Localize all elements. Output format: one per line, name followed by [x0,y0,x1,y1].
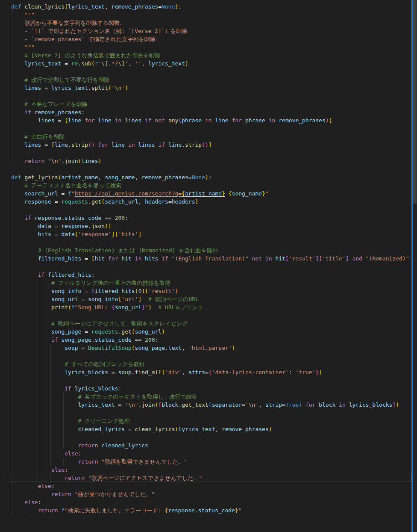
code-token: 'hits' [118,231,138,237]
code-line[interactable]: """ [0,43,411,51]
code-line[interactable]: print(f"Song URL: {song_url}") # URLをプリン… [0,303,411,311]
code-line[interactable]: lines = lyrics_text.split('\n') [0,84,411,92]
code-line[interactable]: # 改行で分割して不要な行を削除 [0,76,411,84]
code-token: phrase [245,117,265,124]
code-token: block [319,402,335,408]
code-area[interactable]: def clean_lyrics(lyrics_text, remove_phr… [0,3,411,532]
code-line[interactable]: """ [0,11,411,19]
code-token: song_name [232,190,262,197]
code-token: for [229,117,245,124]
code-token: remove_phrases [222,426,269,432]
code-line[interactable] [0,149,411,157]
code-line[interactable] [0,68,411,76]
code-line[interactable]: # 不要なフレーズを削除 [0,100,411,108]
code-line[interactable]: return f"検索に失敗しました。エラーコード: {response.sta… [0,506,411,514]
code-line[interactable]: - `remove_phrases` で指定された文字列を削除 [0,35,411,43]
code-line[interactable]: # アーティスト名と曲名を使って検索 [0,181,411,189]
code-line[interactable]: 歌詞から不要な文字列を削除する関数。 [0,19,411,27]
code-token: sub [81,60,91,67]
code-line[interactable]: if remove_phrases: [0,108,411,116]
code-line[interactable]: data = response.json() [0,222,411,230]
code-line[interactable]: if response.status_code == 200: [0,214,411,222]
code-line[interactable] [0,124,411,133]
code-token: "歌詞を取得できませんでした。" [101,458,187,465]
code-token: " [145,304,148,310]
indent-guide [12,230,12,238]
code-line[interactable] [0,311,411,319]
code-line[interactable]: # (English Translation) または (Romanized) … [0,246,411,254]
code-line[interactable]: # [Verse 2] のような角括弧で囲まれた部分を削除 [0,51,411,59]
code-line[interactable] [0,376,411,384]
code-token: " [48,158,51,164]
code-line[interactable]: # クリーニング処理 [0,417,411,425]
code-token: find_all [135,369,162,375]
indent-guide [25,368,25,376]
code-line[interactable]: # 歌詞ページにアクセスして、歌詞をスクレイピング [0,319,411,328]
code-line[interactable] [0,352,411,360]
code-line-current[interactable]: return "歌詞ページにアクセスできませんでした。" [0,474,411,482]
code-text: song_page = requests.get(song_url) [11,328,165,335]
code-line[interactable]: song_page = requests.get(song_url) [0,328,411,336]
code-line[interactable]: if filtered_hits: [0,271,411,279]
code-line[interactable]: return cleaned_lyrics [0,441,411,449]
code-token: requests [91,328,118,335]
scrollbar-thumb[interactable] [413,0,417,204]
code-token: any [168,117,178,124]
code-token: : [81,109,85,115]
code-line[interactable]: if song_page.status_code == 200: [0,336,411,344]
code-text: """ [11,44,35,50]
code-token: song_url [51,296,78,302]
code-line[interactable]: else: [0,449,411,458]
code-token: [ [51,142,55,148]
code-line[interactable] [0,433,411,441]
code-line[interactable]: filtered_hits = [hit for hit in hits if … [0,254,411,263]
code-token: ) [232,345,235,351]
code-text: 歌詞から不要な文字列を削除する関数。 [11,20,125,26]
code-line[interactable]: response = requests.get(search_url, head… [0,198,411,206]
code-line[interactable]: cleaned_lyrics = clean_lyrics(lyrics_tex… [0,425,411,433]
code-line[interactable] [0,409,411,417]
code-line[interactable] [0,238,411,246]
code-line[interactable]: # 空白行を削除 [0,133,411,141]
code-line[interactable] [0,165,411,173]
indent-guide [12,189,12,198]
code-line[interactable]: lyrics_text = re.sub(r'\[.*?\]', '', lyr… [0,59,411,68]
code-token: response [35,215,62,221]
code-line[interactable]: # 各ブロックのテキストを取得し、改行で結合 [0,393,411,401]
code-line[interactable]: else: [0,466,411,474]
code-line[interactable]: song_url = song_info['url'] # 歌詞ページのURL [0,295,411,303]
code-line[interactable]: return "\n".join(lines) [0,157,411,165]
code-line[interactable] [0,92,411,100]
code-text: # 空白行を削除 [11,133,65,140]
code-line[interactable]: soup = BeautifulSoup(song_page.text, 'ht… [0,344,411,352]
code-text: if filtered_hits: [11,272,95,278]
code-line[interactable]: # フィルタリング後の一番上の曲の情報を取得 [0,279,411,287]
code-text: lyrics_text = re.sub(r'\[.*?\]', '', lyr… [11,60,188,67]
code-line[interactable]: else: [0,482,411,490]
code-line[interactable]: lyrics_blocks = soup.find_all('div', att… [0,368,411,376]
code-line[interactable]: if lyrics_blocks: [0,384,411,393]
code-line[interactable]: song_info = filtered_hits[0]['result'] [0,287,411,295]
code-line[interactable]: else: [0,498,411,506]
indent-guide [38,319,38,328]
code-line[interactable] [0,263,411,271]
code-line[interactable]: lines = [line for line in lines if not a… [0,116,411,124]
code-line[interactable]: return "歌詞を取得できませんでした。" [0,458,411,466]
indent-guide [12,401,12,409]
code-token: ] [175,288,179,294]
indent-guide [38,433,38,441]
code-line[interactable]: def get_lyrics(artist_name, song_name, r… [0,173,411,181]
code-line[interactable]: lines = [line.strip() for line in lines … [0,141,411,149]
code-line[interactable]: hits = data['response']['hits'] [0,230,411,238]
code-token: "(Romanized)" [366,255,409,262]
code-line[interactable]: return "曲が見つかりませんでした。" [0,490,411,498]
code-token: join [65,158,78,164]
code-line[interactable]: - `[]` で囲まれたセクション名（例: `[Verse 2]`）を削除 [0,27,411,35]
scrollbar-track[interactable] [413,0,417,532]
code-line[interactable]: def clean_lyrics(lyrics_text, remove_phr… [0,3,411,11]
code-line[interactable]: search_url = f"https://api.genius.com/se… [0,189,411,198]
code-line[interactable]: lyrics_text = "\n".join([block.get_text(… [0,401,411,409]
code-token: lines [138,142,155,148]
code-line[interactable] [0,206,411,214]
code-line[interactable]: # すべての歌詞ブロックを取得 [0,360,411,368]
